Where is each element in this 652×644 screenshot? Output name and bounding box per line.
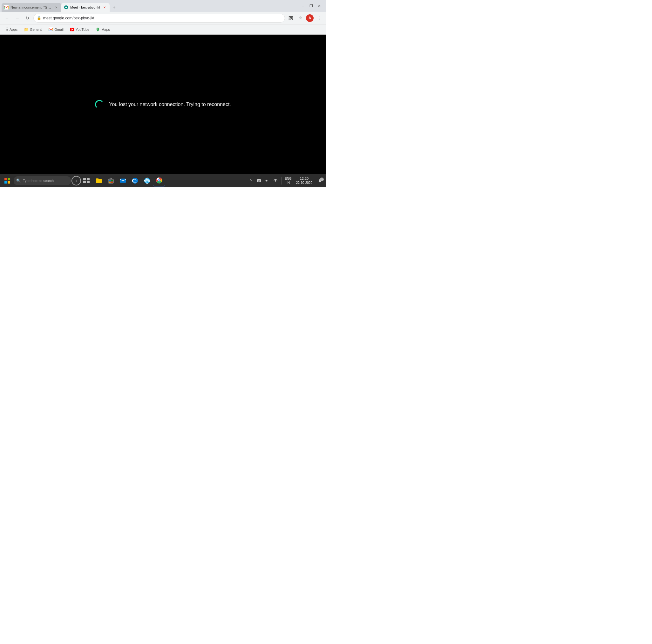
clock-time-display: 12:20	[300, 176, 309, 181]
svg-rect-18	[109, 180, 111, 181]
svg-rect-12	[83, 178, 86, 180]
edge-icon	[132, 177, 139, 184]
lock-icon: 🔒	[37, 16, 41, 20]
mail-icon	[119, 177, 127, 184]
taskbar-right: ^	[247, 176, 324, 185]
address-bar[interactable]: 🔒 meet.google.com/bex-pbvo-jkt	[33, 13, 285, 23]
restore-button[interactable]: ❐	[307, 2, 315, 10]
svg-rect-15	[87, 181, 90, 183]
lang-primary-text: ENG	[285, 176, 292, 181]
taskbar-mail[interactable]	[117, 175, 129, 187]
tray-expand-icon[interactable]: ^	[247, 177, 254, 185]
meet-tab-favicon	[64, 5, 68, 9]
menu-icon[interactable]: ⋮	[315, 14, 323, 22]
search-placeholder-text: Type here to search	[23, 179, 54, 183]
browser-content: You lost your network connection. Trying…	[0, 35, 326, 174]
svg-point-7	[97, 28, 99, 30]
camera-tray-icon	[257, 178, 261, 183]
forward-button[interactable]: →	[13, 14, 21, 22]
toolbar-icons: ☆ A ⋮	[287, 14, 323, 22]
system-clock[interactable]: 12:20 22-10-2020	[294, 176, 314, 185]
bookmark-apps-label: Apps	[9, 28, 18, 31]
cast-icon[interactable]	[287, 14, 295, 22]
taskbar-ie[interactable]	[141, 175, 153, 187]
windows-logo-icon	[4, 178, 10, 184]
taskbar-file-explorer[interactable]	[93, 175, 105, 187]
address-bar-area: ← → ↻ 🔒 meet.google.com/bex-pbvo-jkt ☆ A…	[0, 12, 326, 24]
youtube-bookmark-icon	[70, 27, 74, 32]
back-button[interactable]: ←	[3, 14, 11, 22]
taskbar-search-box[interactable]: 🔍 Type here to search	[13, 176, 71, 185]
bookmark-gmail[interactable]: Gmail	[46, 26, 66, 33]
tray-divider	[281, 177, 281, 185]
folder-icon: 📁	[24, 27, 29, 32]
svg-rect-20	[109, 181, 111, 183]
window-controls: − ❐ ✕	[296, 0, 326, 12]
bookmark-maps[interactable]: Maps	[93, 26, 112, 33]
chrome-window: New announcement: "Good afte... ✕ Meet -…	[0, 0, 326, 187]
clock-date-display: 22-10-2020	[296, 181, 313, 185]
svg-rect-10	[4, 181, 7, 184]
bookmark-apps[interactable]: ⠿ Apps	[3, 26, 20, 33]
bookmark-maps-label: Maps	[101, 28, 110, 31]
file-explorer-icon	[95, 177, 102, 184]
title-bar: New announcement: "Good afte... ✕ Meet -…	[0, 0, 326, 12]
taskbar: 🔍 Type here to search ○	[0, 174, 326, 187]
minimize-button[interactable]: −	[299, 2, 307, 10]
tab-gmail-title: New announcement: "Good afte...	[10, 5, 52, 9]
language-indicator[interactable]: ENG IN	[283, 176, 293, 185]
tabs-area: New announcement: "Good afte... ✕ Meet -…	[0, 0, 296, 12]
taskbar-store[interactable]	[105, 175, 117, 187]
reload-button[interactable]: ↻	[23, 14, 31, 22]
cortana-button[interactable]: ○	[72, 176, 81, 186]
notification-button[interactable]: 2	[316, 176, 324, 185]
taskbar-edge[interactable]	[129, 175, 141, 187]
apps-grid-icon: ⠿	[5, 27, 8, 32]
tab-meet-title: Meet - bex-pbvo-jkt	[70, 5, 100, 9]
tray-camera-icon[interactable]	[255, 177, 263, 185]
store-icon	[107, 177, 114, 184]
svg-rect-13	[87, 178, 90, 180]
url-display: meet.google.com/bex-pbvo-jkt	[43, 16, 281, 20]
tray-volume-icon[interactable]	[264, 177, 271, 185]
ie-icon	[144, 177, 151, 184]
profile-button[interactable]: A	[306, 14, 314, 22]
chrome-icon	[156, 177, 163, 184]
bookmark-youtube-label: YouTube	[76, 28, 89, 31]
svg-rect-8	[4, 178, 7, 180]
svg-rect-21	[111, 181, 113, 183]
svg-point-31	[159, 180, 160, 181]
bookmark-gmail-label: Gmail	[54, 28, 63, 31]
taskbar-apps	[93, 175, 165, 187]
tray-network-icon[interactable]	[272, 177, 279, 185]
close-button[interactable]: ✕	[316, 2, 323, 10]
taskbar-chrome[interactable]	[154, 175, 165, 187]
bookmark-star-icon[interactable]: ☆	[296, 14, 305, 22]
gmail-tab-favicon	[4, 5, 8, 9]
tab-gmail-close[interactable]: ✕	[54, 5, 59, 10]
network-tray-icon	[273, 178, 278, 183]
svg-rect-22	[120, 179, 126, 183]
svg-rect-14	[83, 181, 86, 183]
svg-rect-11	[8, 181, 10, 184]
start-button[interactable]	[2, 175, 13, 187]
search-icon: 🔍	[16, 178, 21, 183]
lang-secondary-text: IN	[287, 181, 290, 185]
volume-tray-icon	[265, 178, 269, 183]
task-view-button[interactable]	[82, 176, 91, 186]
svg-rect-19	[111, 180, 113, 181]
system-tray: ^	[247, 177, 279, 185]
bookmark-general[interactable]: 📁 General	[21, 26, 45, 33]
loading-spinner	[95, 100, 104, 109]
new-tab-button[interactable]: +	[110, 3, 118, 12]
task-view-icon	[83, 178, 90, 183]
tab-gmail[interactable]: New announcement: "Good afte... ✕	[2, 3, 61, 12]
maps-bookmark-icon	[96, 27, 100, 32]
svg-point-3	[65, 6, 67, 8]
bookmark-youtube[interactable]: YouTube	[67, 26, 92, 33]
reconnect-text: You lost your network connection. Trying…	[109, 102, 231, 107]
tab-meet-close[interactable]: ✕	[102, 5, 107, 10]
notification-badge: 2	[320, 177, 324, 181]
tab-meet[interactable]: Meet - bex-pbvo-jkt ✕	[61, 3, 110, 12]
bookmarks-bar: ⠿ Apps 📁 General Gmail YouTube	[0, 24, 326, 35]
